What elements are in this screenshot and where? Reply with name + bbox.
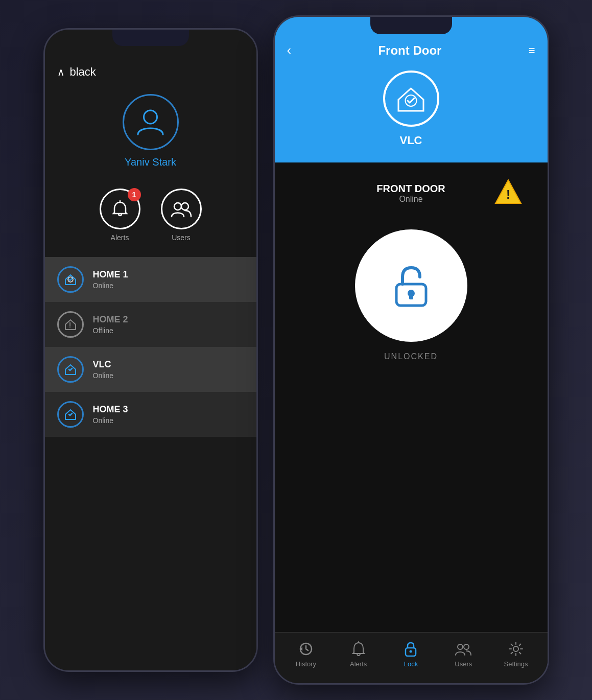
house-check-icon2 [63, 362, 78, 377]
right-header: ‹ Front Door ≡ VLC [275, 17, 548, 162]
alerts-label: Alerts [111, 234, 129, 242]
home-item[interactable]: VLC Online [45, 347, 256, 392]
avatar[interactable] [123, 94, 179, 150]
notch-left [112, 30, 189, 46]
alert-badge: 1 [128, 188, 141, 201]
history-icon [298, 641, 314, 657]
left-screen: ∧ black Yaniv Stark [45, 30, 256, 670]
svg-point-3 [181, 203, 188, 210]
home2-icon: ! [57, 311, 84, 338]
bottom-nav: History Alerts [275, 632, 548, 683]
home-list: HOME 1 Online ! HOME 2 Offline [45, 257, 256, 670]
user-name: Yaniv Stark [125, 156, 176, 168]
home2-name: HOME 2 [93, 314, 128, 325]
left-phone: ∧ black Yaniv Stark [43, 28, 258, 672]
lock-button[interactable] [355, 229, 467, 342]
collapse-icon[interactable]: ∧ [57, 66, 65, 78]
bell-icon [110, 199, 130, 219]
vlc-list-icon [57, 356, 84, 383]
home1-info: HOME 1 Online [93, 269, 128, 290]
users-nav-icon [455, 641, 471, 657]
svg-point-0 [144, 110, 157, 124]
users-nav-label: Users [455, 660, 472, 668]
action-buttons: 1 Alerts Users [45, 183, 256, 257]
house-check-icon [63, 272, 78, 287]
right-phone: ‹ Front Door ≡ VLC FRONT DOOR Online [273, 15, 549, 685]
house-alert-icon: ! [63, 317, 78, 332]
door-online-status: Online [376, 195, 445, 204]
page-title: Front Door [378, 43, 441, 58]
alerts-nav-icon [350, 641, 367, 657]
home3-status: Online [93, 416, 128, 425]
back-button[interactable]: ‹ [287, 42, 292, 58]
warning-icon: ! [494, 178, 522, 205]
right-screen: ‹ Front Door ≡ VLC FRONT DOOR Online [275, 17, 548, 683]
svg-point-15 [410, 650, 412, 653]
history-label: History [296, 660, 316, 668]
vlc-icon-wrap [383, 71, 439, 127]
users-button[interactable]: Users [161, 189, 202, 242]
unlock-icon [383, 258, 439, 314]
door-status-row: FRONT DOOR Online ! [290, 183, 532, 204]
lock-nav-svg [404, 641, 417, 657]
lock-state-label: UNLOCKED [384, 352, 438, 361]
vlc-label: VLC [400, 134, 422, 147]
svg-point-18 [513, 646, 518, 651]
nav-history[interactable]: History [286, 641, 326, 668]
users-icon [171, 199, 192, 219]
svg-text:!: ! [68, 321, 71, 329]
home-item[interactable]: ! HOME 2 Offline [45, 302, 256, 347]
house-check-icon3 [63, 407, 78, 422]
home2-status: Offline [93, 326, 128, 335]
settings-nav-label: Settings [504, 660, 528, 668]
notch-right [370, 17, 452, 34]
svg-point-2 [174, 203, 181, 210]
home-item[interactable]: HOME 1 Online [45, 257, 256, 302]
svg-point-16 [458, 644, 463, 649]
settings-nav-icon [508, 641, 524, 657]
home3-info: HOME 3 Online [93, 404, 128, 425]
home1-status: Online [93, 282, 128, 290]
vlc-name: VLC [93, 359, 113, 370]
alerts-nav-label: Alerts [350, 660, 367, 668]
svg-rect-11 [409, 293, 413, 299]
users-nav-svg [455, 642, 471, 656]
home1-name: HOME 1 [93, 269, 128, 280]
gear-icon [508, 641, 524, 657]
users-icon-wrap [161, 189, 202, 229]
vlc-house-icon [394, 82, 428, 115]
home-item[interactable]: HOME 3 Online [45, 392, 256, 437]
alerts-icon-wrap: 1 [100, 189, 140, 229]
alerts-button[interactable]: 1 Alerts [100, 189, 140, 242]
right-main: FRONT DOOR Online ! [275, 162, 548, 632]
svg-text:!: ! [506, 188, 510, 201]
lock-nav-icon [402, 641, 419, 657]
left-title: black [70, 65, 96, 79]
home3-icon [57, 401, 84, 428]
svg-point-17 [464, 644, 469, 649]
home2-info: HOME 2 Offline [93, 314, 128, 335]
right-nav: ‹ Front Door ≡ [287, 42, 535, 58]
door-name-block: FRONT DOOR Online [376, 183, 445, 204]
home1-icon [57, 266, 84, 293]
lock-nav-label: Lock [404, 660, 418, 668]
left-header: ∧ black [45, 55, 256, 84]
bell-nav-icon [351, 641, 366, 657]
profile-section: Yaniv Stark [45, 84, 256, 183]
nav-users[interactable]: Users [443, 641, 484, 668]
nav-settings[interactable]: Settings [495, 641, 536, 668]
home3-name: HOME 3 [93, 404, 128, 415]
vlc-status: Online [93, 371, 113, 380]
history-svg [298, 641, 314, 657]
vlc-info: VLC Online [93, 359, 113, 380]
avatar-icon [134, 106, 167, 139]
users-label: Users [172, 234, 191, 242]
nav-alerts[interactable]: Alerts [338, 641, 379, 668]
nav-lock[interactable]: Lock [390, 641, 431, 668]
menu-button[interactable]: ≡ [529, 44, 535, 57]
door-name: FRONT DOOR [376, 183, 445, 195]
